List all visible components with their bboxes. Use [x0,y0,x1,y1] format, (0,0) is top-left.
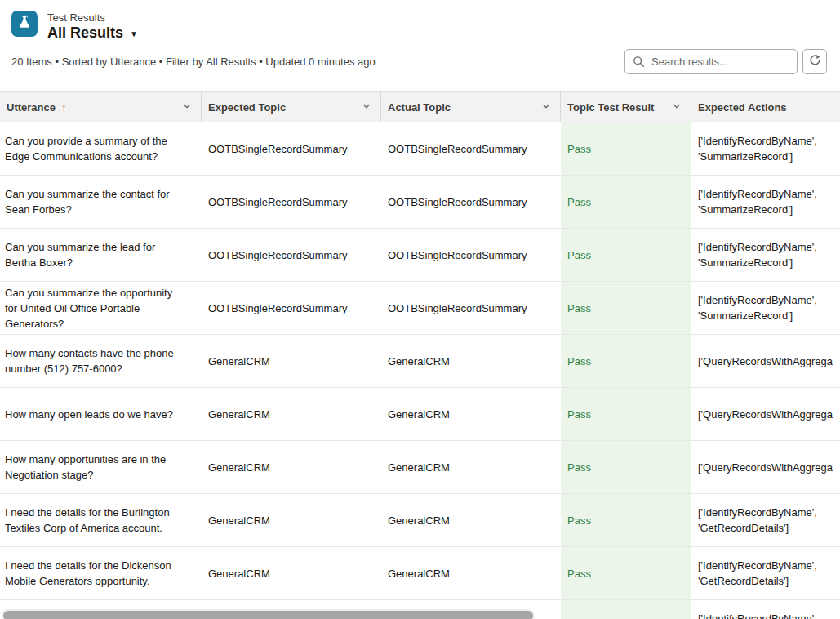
utterance-cell: Can you summarize the lead for Bertha Bo… [0,229,202,281]
search-input[interactable] [624,49,798,74]
utterance-cell: How many contacts have the phone number … [0,335,202,387]
caret-down-icon: ▼ [130,30,138,38]
utterance-cell: Can you summarize the contact for Sean F… [0,176,202,228]
topic-test-result-cell: Pass [561,176,691,228]
actual-topic-cell: GeneralCRM [381,335,561,387]
topic-test-result-cell: Pass [561,282,691,334]
topic-test-result-cell: Pass [561,600,691,619]
expected-topic-cell: GeneralCRM [202,441,381,493]
table-row[interactable]: I need the details for the Dickenson Mob… [0,547,840,600]
expected-actions-cell: ['IdentifyRecordByName', 'SummarizeRecor… [691,176,840,228]
page-type-label: Test Results [47,11,138,24]
chevron-down-icon[interactable] [671,100,682,114]
utterance-cell: Can you summarize the opportunity for Un… [0,282,202,334]
expected-actions-cell: ['QueryRecordsWithAggrega [691,335,840,387]
expected-topic-cell: OOTBSingleRecordSummary [202,229,381,281]
expected-actions-cell: ['IdentifyRecordByName', 'SummarizeRecor… [691,122,840,175]
expected-topic-cell: GeneralCRM [202,547,381,599]
utterance-cell: How many opportunities are in the Negoti… [0,441,202,493]
table-body: Can you provide a summary of the Edge Co… [0,122,840,619]
expected-topic-cell: OOTBSingleRecordSummary [202,176,381,228]
column-label: Utterance [7,101,56,114]
actual-topic-cell: OOTBSingleRecordSummary [381,282,561,334]
utterance-cell: How many open leads do we have? [0,388,202,440]
expected-topic-cell: GeneralCRM [202,388,381,440]
table-row[interactable]: How many opportunities are in the Negoti… [0,441,840,494]
chevron-down-icon[interactable] [181,100,193,114]
test-results-page: Test Results All Results ▼ 20 Items • So… [0,0,840,619]
column-label: Expected Actions [698,101,787,114]
column-header-expected-actions[interactable]: Expected Actions [691,92,840,122]
horizontal-scrollbar-thumb[interactable] [2,609,535,619]
column-header-utterance[interactable]: Utterance ↑ [0,92,202,122]
expected-actions-cell: ['IdentifyRecordByName', 'SummarizeRecor… [691,282,840,334]
topic-test-result-cell: Pass [561,388,691,440]
actual-topic-cell: GeneralCRM [381,388,561,440]
list-view-name: All Results [47,24,123,42]
table-header-row: Utterance ↑ Expected Topic Actual Topic [0,91,840,122]
table-row[interactable]: I need the details for the Burlington Te… [0,494,840,547]
topic-test-result-cell: Pass [561,494,691,546]
title-block: Test Results All Results ▼ [47,11,138,42]
sort-ascending-icon: ↑ [61,101,67,114]
expected-actions-cell: ['QueryRecordsWithAggrega [691,441,840,493]
expected-topic-cell: OOTBSingleRecordSummary [202,122,381,175]
expected-actions-cell: ['IdentifyRecordByName', 'GetRecordDetai… [691,494,840,546]
search-box [624,49,798,74]
column-label: Expected Topic [208,101,286,114]
utterance-cell: Can you provide a summary of the Edge Co… [0,122,202,175]
column-label: Actual Topic [388,101,451,114]
expected-actions-cell: ['QueryRecordsWithAggrega [691,388,840,440]
table-row[interactable]: Can you summarize the opportunity for Un… [0,282,840,335]
chevron-down-icon[interactable] [540,100,552,114]
refresh-button[interactable] [802,49,827,74]
table-row[interactable]: Can you provide a summary of the Edge Co… [0,122,840,176]
expected-topic-cell: OOTBSingleRecordSummary [202,282,381,334]
topic-test-result-cell: Pass [561,335,691,387]
topic-test-result-cell: Pass [561,547,691,599]
expected-actions-cell: ['IdentifyRecordByName' [691,600,840,619]
actual-topic-cell: GeneralCRM [381,441,561,493]
chevron-down-icon[interactable] [361,100,372,114]
column-label: Topic Test Result [567,101,654,114]
table-row[interactable]: Can you summarize the contact for Sean F… [0,176,840,229]
utterance-cell: I need the details for the Burlington Te… [0,494,202,546]
list-summary-text: 20 Items • Sorted by Utterance • Filter … [11,56,376,68]
page-header: Test Results All Results ▼ [0,0,840,45]
expected-actions-cell: ['IdentifyRecordByName', 'GetRecordDetai… [691,547,840,599]
topic-test-result-cell: Pass [561,122,691,175]
table-row[interactable]: How many contacts have the phone number … [0,335,840,388]
actual-topic-cell: OOTBSingleRecordSummary [381,229,561,281]
actual-topic-cell: OOTBSingleRecordSummary [381,122,561,175]
expected-topic-cell: GeneralCRM [202,335,381,387]
list-meta-bar: 20 Items • Sorted by Utterance • Filter … [0,45,840,78]
refresh-icon [809,54,821,69]
topic-test-result-cell: Pass [561,441,691,493]
list-view-selector[interactable]: All Results ▼ [47,24,138,42]
column-header-expected-topic[interactable]: Expected Topic [202,92,381,122]
actual-topic-cell: GeneralCRM [381,494,561,546]
actual-topic-cell: OOTBSingleRecordSummary [381,176,561,228]
topic-test-result-cell: Pass [561,229,691,281]
column-header-topic-test-result[interactable]: Topic Test Result [561,92,691,122]
test-results-entity-icon [11,11,38,37]
column-header-actual-topic[interactable]: Actual Topic [381,92,561,122]
utterance-cell: I need the details for the Dickenson Mob… [0,547,202,599]
results-table: Utterance ↑ Expected Topic Actual Topic [0,91,840,619]
expected-actions-cell: ['IdentifyRecordByName', 'SummarizeRecor… [691,229,840,281]
table-row[interactable]: How many open leads do we have? GeneralC… [0,388,840,441]
flask-icon [16,14,33,33]
list-controls [624,49,827,74]
table-row[interactable]: Can you summarize the lead for Bertha Bo… [0,229,840,282]
expected-topic-cell: GeneralCRM [202,494,381,546]
actual-topic-cell: GeneralCRM [381,547,561,599]
search-icon [633,56,645,71]
